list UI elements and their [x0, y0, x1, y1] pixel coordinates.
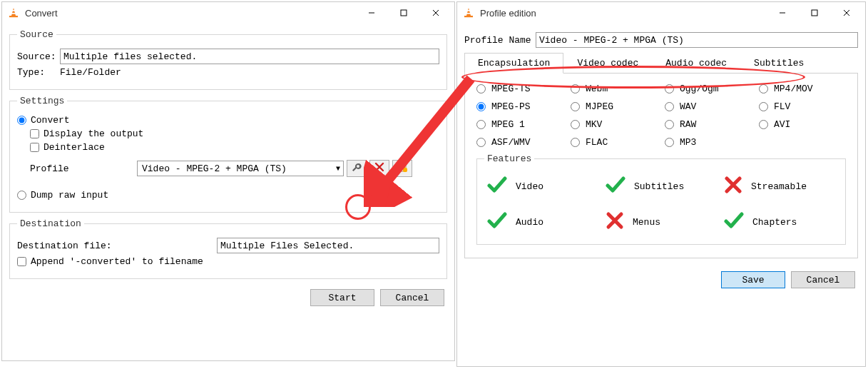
radio-label: RAW — [680, 119, 696, 130]
cancel-button[interactable]: Cancel — [791, 271, 855, 288]
radio-mp3[interactable]: MP3 — [665, 137, 752, 148]
feature-video: Video — [487, 176, 598, 197]
profile-name-input[interactable] — [536, 32, 858, 48]
feature-chapters: Chapters — [724, 211, 835, 233]
tab-audio-codec[interactable]: Audio codec — [652, 53, 740, 74]
profile-name-label: Profile Name — [464, 35, 536, 46]
destination-group: Destination Destination file: Append '-c… — [9, 218, 447, 279]
radio-mkv[interactable]: MKV — [571, 119, 658, 130]
radio-label: MPEG-PS — [491, 101, 531, 112]
edit-profile-button[interactable] — [347, 160, 367, 177]
radio-mjpeg[interactable]: MJPEG — [571, 101, 658, 112]
radio-mpeg-ts[interactable]: MPEG-TS — [476, 84, 563, 94]
radio-wav[interactable]: WAV — [665, 101, 752, 112]
radio-avi[interactable]: AVI — [759, 119, 846, 130]
features-legend: Features — [484, 153, 534, 164]
display-output-label: Display the output — [44, 128, 143, 139]
convert-radio-label: Convert — [31, 115, 70, 126]
delete-icon — [374, 162, 384, 175]
x-icon — [724, 176, 742, 197]
maximize-button[interactable] — [798, 3, 830, 23]
radio-mpeg1[interactable]: MPEG 1 — [476, 119, 563, 130]
check-icon — [487, 176, 507, 197]
radio-label: FLAC — [586, 137, 608, 148]
append-converted-label: Append '-converted' to filename — [31, 256, 203, 267]
feature-subtitles: Subtitles — [606, 176, 717, 197]
tab-video-codec[interactable]: Video codec — [563, 53, 652, 74]
deinterlace-label: Deinterlace — [44, 142, 105, 153]
type-label: Type: — [17, 67, 60, 78]
check-icon — [606, 176, 626, 197]
radio-asf[interactable]: ASF/WMV — [476, 137, 563, 148]
radio-label: MKV — [586, 119, 602, 130]
close-button[interactable] — [830, 3, 862, 23]
radio-mp4[interactable]: MP4/MOV — [759, 84, 846, 94]
x-icon — [606, 211, 624, 233]
radio-flv[interactable]: FLV — [759, 101, 846, 112]
vlc-icon — [8, 7, 19, 19]
profile-titlebar: Profile edition — [457, 2, 865, 24]
profile-label: Profile — [30, 163, 137, 174]
feature-label: Subtitles — [634, 181, 684, 192]
check-icon — [724, 211, 744, 233]
dest-file-label: Destination file: — [17, 241, 217, 251]
feature-streamable: Streamable — [724, 176, 835, 197]
encapsulation-panel: MPEG-TS Webm Ogg/Ogm MP4/MOV MPEG-PS MJP… — [464, 74, 858, 258]
start-button[interactable]: Start — [310, 289, 374, 306]
minimize-button[interactable] — [355, 3, 387, 23]
settings-group: Settings Convert Display the output Dein… — [9, 96, 447, 213]
radio-webm[interactable]: Webm — [571, 84, 658, 94]
source-input[interactable] — [60, 49, 439, 64]
dump-raw-label: Dump raw input — [31, 190, 108, 201]
convert-dialog: Convert Source Source: Type: File/Folder… — [1, 1, 455, 361]
profile-tabs: Encapsulation Video codec Audio codec Su… — [464, 52, 858, 74]
tab-subtitles[interactable]: Subtitles — [740, 53, 817, 74]
destination-legend: Destination — [17, 218, 84, 229]
minimize-button[interactable] — [766, 3, 798, 23]
display-output-check[interactable] — [30, 129, 39, 138]
new-profile-icon — [397, 162, 407, 175]
convert-titlebar: Convert — [2, 2, 454, 24]
feature-label: Video — [516, 181, 543, 192]
delete-profile-button[interactable] — [369, 160, 389, 177]
source-label: Source: — [17, 51, 60, 62]
dest-file-input[interactable] — [217, 238, 439, 253]
tab-encapsulation[interactable]: Encapsulation — [464, 53, 563, 74]
source-legend: Source — [17, 29, 56, 40]
profile-title: Profile edition — [480, 8, 766, 19]
svg-rect-10 — [401, 10, 407, 16]
profile-select[interactable]: Video - MPEG-2 + MPGA (TS) ▼ — [137, 161, 344, 176]
feature-label: Audio — [516, 217, 543, 228]
close-button[interactable] — [419, 3, 451, 23]
append-converted-check[interactable] — [17, 257, 26, 266]
type-value: File/Folder — [60, 67, 121, 78]
radio-label: MPEG 1 — [491, 119, 525, 130]
radio-label: FLV — [774, 101, 790, 112]
wrench-icon — [352, 162, 362, 175]
radio-raw[interactable]: RAW — [665, 119, 752, 130]
profile-edition-dialog: Profile edition Profile Name Encapsulati… — [456, 1, 866, 367]
vlc-icon — [463, 7, 474, 19]
radio-mpeg-ps[interactable]: MPEG-PS — [476, 101, 563, 112]
radio-label: MPEG-TS — [491, 84, 531, 94]
radio-ogg[interactable]: Ogg/Ogm — [665, 84, 752, 94]
new-profile-button[interactable] — [392, 160, 412, 177]
convert-radio[interactable] — [17, 116, 26, 125]
deinterlace-check[interactable] — [30, 143, 39, 152]
feature-menus: Menus — [606, 211, 717, 233]
cancel-button[interactable]: Cancel — [380, 289, 444, 306]
check-icon — [487, 211, 507, 233]
feature-audio: Audio — [487, 211, 598, 233]
feature-label: Streamable — [751, 181, 807, 192]
maximize-button[interactable] — [387, 3, 419, 23]
radio-label: ASF/WMV — [491, 137, 531, 148]
settings-legend: Settings — [17, 96, 67, 106]
chevron-down-icon: ▼ — [336, 165, 340, 173]
save-button[interactable]: Save — [721, 271, 785, 288]
feature-label: Chapters — [752, 217, 797, 228]
feature-label: Menus — [633, 217, 660, 228]
convert-title: Convert — [25, 8, 355, 19]
dump-raw-radio[interactable] — [17, 191, 26, 200]
radio-flac[interactable]: FLAC — [571, 137, 658, 148]
radio-label: Webm — [586, 84, 608, 94]
